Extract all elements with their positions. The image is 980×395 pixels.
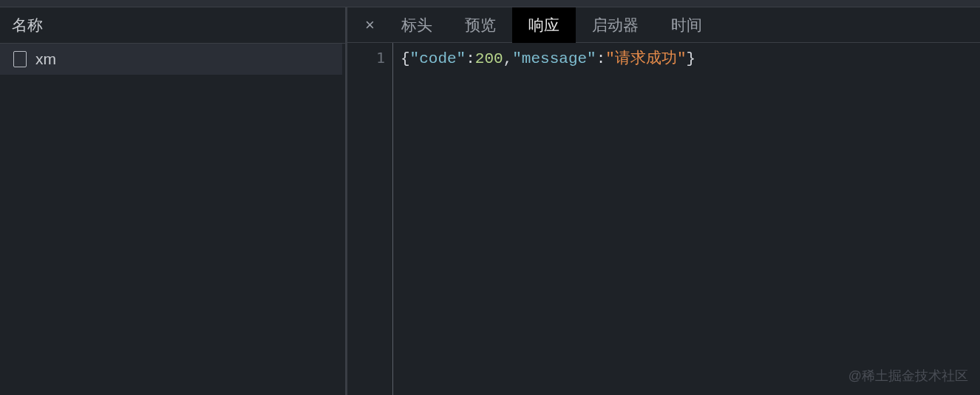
tab-initiator[interactable]: 启动器 [576,7,655,43]
request-list: xm [0,44,345,395]
watermark: @稀土掘金技术社区 [848,367,968,385]
detail-tabs: × 标头 预览 响应 启动器 时间 [347,7,980,43]
tab-preview[interactable]: 预览 [449,7,512,43]
request-name: xm [35,50,56,68]
sidebar-header-name: 名称 [0,7,345,44]
close-icon[interactable]: × [355,16,385,35]
file-icon [13,51,27,67]
response-body: 1 {"code":200,"message":"请求成功"} [347,43,980,395]
line-gutter: 1 [347,43,393,395]
tab-timing[interactable]: 时间 [655,7,718,43]
tab-headers[interactable]: 标头 [385,7,449,43]
line-number: 1 [347,49,385,67]
requests-sidebar: 名称 xm [0,7,345,395]
main-container: 名称 xm × 标头 预览 响应 启动器 时间 1 {"code":200,"m… [0,7,980,395]
response-code[interactable]: {"code":200,"message":"请求成功"} [393,43,980,395]
request-row-xm[interactable]: xm [0,44,342,75]
top-bar [0,0,980,7]
tab-response[interactable]: 响应 [512,7,576,43]
content-panel: × 标头 预览 响应 启动器 时间 1 {"code":200,"message… [347,7,980,395]
